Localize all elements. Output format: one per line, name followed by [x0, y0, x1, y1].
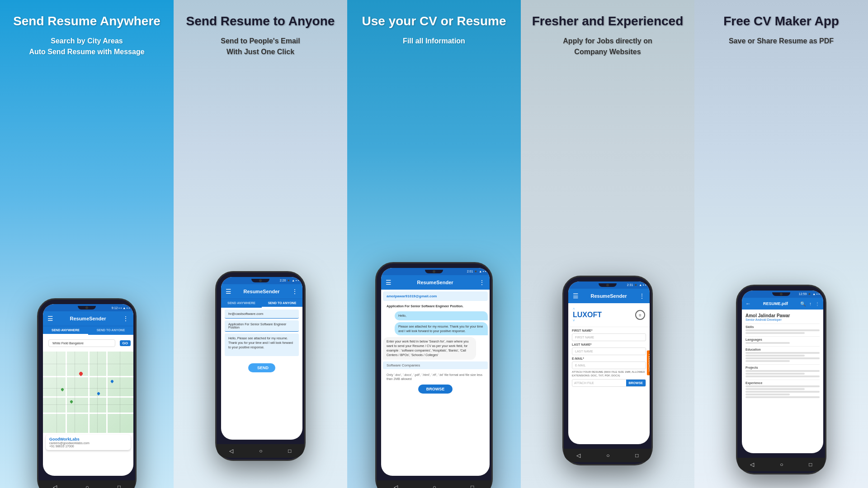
email-input-4[interactable]: E-MAIL [572, 361, 646, 369]
company-phone-1: +91 98633 17000 [49, 445, 127, 448]
panel-send-anyone: Send Resume to Anyone Send to People's E… [174, 0, 347, 488]
email-field-2[interactable]: hr@castsoftware.com [225, 310, 299, 319]
tab-send-anyone-1[interactable]: SEND TO ANYONE [88, 326, 133, 335]
send-button-2[interactable]: SEND [248, 363, 275, 372]
map-pin-blue-2 [110, 380, 114, 383]
panel-1-subtitle: Search by City Areas Auto Send Resume wi… [20, 29, 153, 57]
subject-3: Application For Senior Software Engineer… [383, 303, 488, 310]
back-btn-2[interactable]: ◁ [229, 448, 233, 454]
first-name-label-4: FIRST NAME* [572, 329, 646, 332]
panel-4-subtitle: Apply for Jobs directly on Company Websi… [554, 29, 661, 57]
go-button-1[interactable]: GO [120, 340, 131, 346]
tab-anywhere-2[interactable]: SEND ANYWHERE [221, 299, 262, 308]
nav-bar-4: ◁ ○ □ [564, 449, 651, 462]
menu-icon-2: ☰ [226, 288, 231, 295]
company-email-1: careers@goodworklabs.com [49, 441, 127, 445]
feedback-btn-4[interactable]: FEEDBACK [647, 351, 650, 375]
more-icon-2: ⋮ [292, 288, 298, 295]
panel-3-title: Use your CV or Resume [355, 0, 513, 29]
more-icon-1: ⋮ [123, 315, 129, 322]
status-time-5: 12:59 ◾ ▲ ▪ ▪ [799, 292, 820, 296]
panel-cv-maker: Free CV Maker App Save or Share Resume a… [694, 0, 868, 488]
attach-input-4[interactable]: ATTACH FILE [572, 380, 626, 386]
menu-icon-4: ☰ [573, 292, 579, 300]
menu-icon-3: ☰ [386, 279, 392, 286]
panel-5-title: Free CV Maker App [717, 0, 846, 29]
pdf-skills-title: Skills [745, 325, 820, 328]
browse-btn-4[interactable]: BROWSE [626, 380, 646, 386]
phone-4: 2:31 ◾ ▲ ▪ ▪ ☰ ResumeSender ⋮ ^ LUXOFT v [562, 276, 653, 465]
search-text-1: White Field Bangalore [52, 342, 84, 345]
back-btn-4[interactable]: ◁ [576, 452, 580, 459]
panel-3-subtitle: Fill all Information [394, 29, 474, 47]
tab-anyone-2[interactable]: SEND TO ANYONE [262, 299, 302, 308]
phone-5-screen: 12:59 ◾ ▲ ▪ ▪ ← RESUME.pdf 🔍 ↑ ⋮ [742, 291, 823, 453]
app-bar-1: ☰ ResumeSender ⋮ [43, 311, 133, 326]
status-time-4: 2:31 ◾ ▲ ▪ ▪ [627, 283, 646, 287]
home-btn-1[interactable]: ○ [85, 484, 89, 488]
pdf-education-title: Education [745, 348, 820, 351]
pdf-languages-title: Languages [745, 338, 820, 341]
search-hint-3[interactable]: Software Companies [383, 361, 488, 369]
company-card-1: GoodWorkLabs careers@goodworklabs.com +9… [46, 435, 131, 450]
search-bar-1[interactable]: White Field Bangalore [48, 339, 115, 347]
recents-btn-3[interactable]: □ [471, 484, 474, 488]
subject-field-2[interactable]: Application For Senior Software Engineer… [225, 320, 299, 332]
recents-btn-1[interactable]: □ [118, 484, 121, 488]
pdf-projects-title: Projects [745, 366, 820, 369]
tab-send-anywhere-1[interactable]: SEND ANYWHERE [43, 326, 88, 335]
chat-info-3: Enter your work field in below 'Search f… [383, 337, 476, 359]
home-btn-4[interactable]: ○ [606, 452, 609, 459]
back-btn-1[interactable]: ◁ [53, 484, 57, 488]
search-icon-5[interactable]: 🔍 [800, 301, 806, 306]
pdf-experience-section: Experience [745, 380, 820, 398]
menu-circle-4[interactable]: ≡ [635, 310, 645, 320]
browse-btn-3[interactable]: BROWSE [418, 385, 453, 394]
camera-dot-3 [433, 270, 435, 273]
panel-5-subtitle: Save or Share Resume as PDF [720, 29, 843, 47]
recents-btn-2[interactable]: □ [288, 448, 291, 454]
phone-5: 12:59 ◾ ▲ ▪ ▪ ← RESUME.pdf 🔍 ↑ ⋮ [736, 285, 826, 474]
phone-notch-2 [251, 279, 269, 282]
home-btn-5[interactable]: ○ [780, 461, 783, 468]
more-icon-5[interactable]: ⋮ [815, 301, 820, 306]
status-time-3: 2:01 ◾ ▲ ▪ ▪ [467, 270, 486, 273]
pdf-back-icon[interactable]: ← [745, 300, 751, 307]
pdf-education-section: Education [745, 346, 820, 362]
back-btn-3[interactable]: ◁ [394, 484, 398, 488]
message-area-2[interactable]: Hello, Please see attached for my resume… [225, 333, 299, 356]
status-time-1: 9:12 ▪ ▪ ▲ ▪ ▪ [112, 306, 130, 310]
pdf-projects-section: Projects [745, 364, 820, 377]
last-name-label-4: LAST NAME* [572, 343, 646, 346]
phone-3-screen: 2:01 ◾ ▲ ▪ ▪ ☰ ResumeSender ⋮ amolpawar9… [381, 268, 490, 476]
recents-btn-4[interactable]: □ [635, 452, 638, 459]
app-bar-3: ☰ ResumeSender ⋮ [381, 275, 490, 290]
app-bar-4: ☰ ResumeSender ⋮ [568, 289, 650, 303]
attach-label-4: ATTACH YOUR RESUME (MAX FILE SIZE 1MB; A… [572, 371, 646, 378]
pdf-header-5: ← RESUME.pdf 🔍 ↑ ⋮ [742, 298, 823, 310]
app-name-1: ResumeSender [70, 316, 106, 321]
tab-bar-1: SEND ANYWHERE SEND TO ANYONE [43, 326, 133, 335]
phone-4-screen: 2:31 ◾ ▲ ▪ ▪ ☰ ResumeSender ⋮ ^ LUXOFT v [568, 282, 650, 444]
camera-dot-1 [85, 306, 88, 309]
back-btn-5[interactable]: ◁ [750, 461, 754, 468]
app-name-2: ResumeSender [243, 289, 279, 294]
phone-3: 2:01 ◾ ▲ ▪ ▪ ☰ ResumeSender ⋮ amolpawar9… [375, 262, 493, 488]
last-name-input-4[interactable]: LAST NAME [572, 347, 646, 355]
company-name-1: GoodWorkLabs [49, 437, 127, 441]
app-name-3: ResumeSender [417, 280, 453, 285]
recents-btn-5[interactable]: □ [809, 461, 812, 468]
more-icon-4: ⋮ [639, 292, 645, 300]
phone-1-screen: 9:12 ▪ ▪ ▲ ▪ ▪ ☰ ResumeSender ⋮ SEND ANY… [43, 304, 133, 476]
home-btn-2[interactable]: ○ [259, 448, 262, 454]
share-icon-5[interactable]: ↑ [809, 301, 811, 306]
camera-dot-2 [259, 279, 262, 282]
home-btn-3[interactable]: ○ [433, 484, 436, 488]
first-name-input-4[interactable]: FIRST NAME [572, 333, 646, 341]
panel-send-anywhere: Send Resume Anywhere Search by City Area… [0, 0, 174, 488]
panel-cv-resume: Use your CV or Resume Fill all Informati… [347, 0, 521, 488]
more-icon-3: ⋮ [479, 279, 485, 286]
panel-fresher-experienced: Fresher and Experienced Apply for Jobs d… [521, 0, 694, 488]
panel-2-subtitle: Send to People's Email With Just One Cli… [212, 29, 309, 57]
phone-1: 9:12 ▪ ▪ ▲ ▪ ▪ ☰ ResumeSender ⋮ SEND ANY… [37, 298, 137, 488]
